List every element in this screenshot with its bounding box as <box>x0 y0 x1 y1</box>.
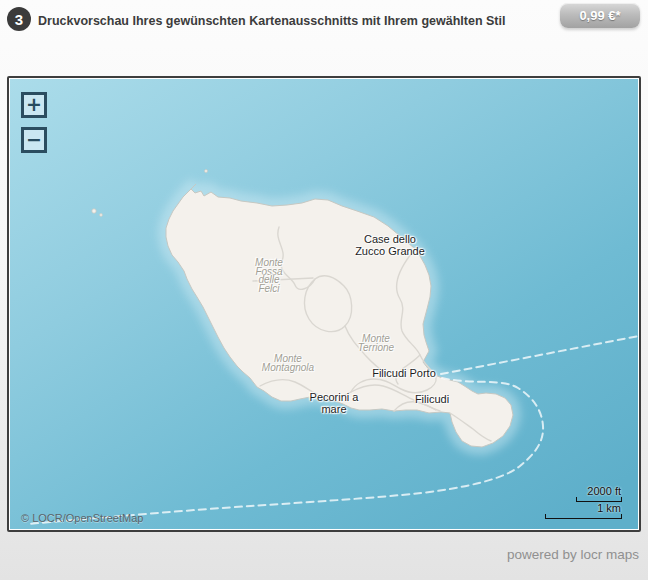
map-graphic <box>10 79 638 529</box>
scale-bar: 2000 ft 1 km <box>545 486 622 520</box>
zoom-out-button[interactable]: − <box>21 127 47 153</box>
step-number-badge: 3 <box>7 7 31 31</box>
map-preview[interactable]: + − Case dello Zucco GrandeMonte Fossa d… <box>7 76 641 532</box>
scale-metric-bar <box>545 514 622 519</box>
scale-metric-label: 1 km <box>545 503 622 514</box>
map-attribution: © LOCR/OpenStreetMap <box>21 512 143 524</box>
step-header: 3 Druckvorschau Ihres gewünschten Karten… <box>0 0 648 40</box>
zoom-in-button[interactable]: + <box>21 92 47 118</box>
powered-by: powered by locr maps <box>507 547 639 562</box>
price-badge[interactable]: 0,99 €* <box>560 3 640 28</box>
map-canvas[interactable]: + − Case dello Zucco GrandeMonte Fossa d… <box>10 79 638 529</box>
scale-imperial-label: 2000 ft <box>545 486 622 497</box>
page-title: Druckvorschau Ihres gewünschten Kartenau… <box>38 14 548 28</box>
zoom-controls: + − <box>21 92 47 162</box>
